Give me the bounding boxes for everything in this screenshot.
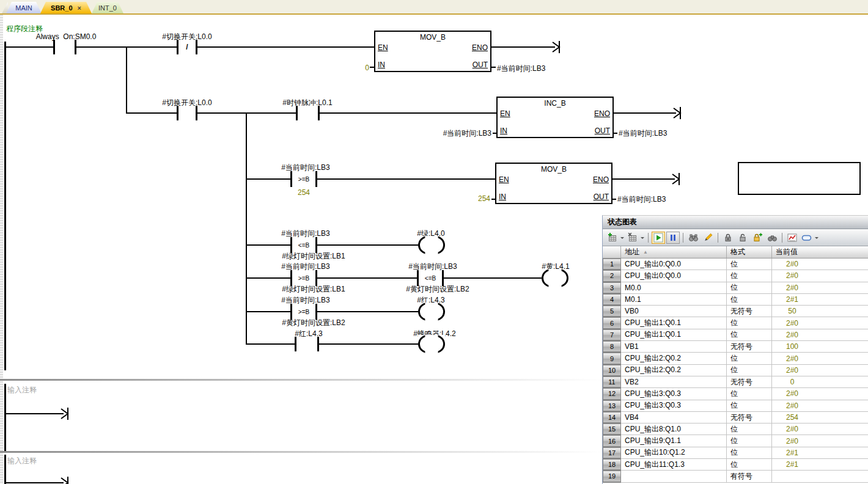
address-cell[interactable]: CPU_输出0:Q0.0 (621, 258, 727, 270)
no-contact-red[interactable] (295, 337, 319, 351)
current-value-cell[interactable]: 100 (772, 341, 868, 353)
row-number-button[interactable]: 14 (603, 412, 621, 424)
block-output-operand[interactable]: #当前时间:LB3 (497, 64, 545, 74)
block-output-operand[interactable]: #当前时间:LB3 (619, 128, 667, 139)
unforce-button[interactable] (736, 232, 749, 244)
compare-contact-ge[interactable]: >=B (290, 304, 317, 320)
row-number-button[interactable]: 13 (603, 400, 621, 412)
row-number-button[interactable]: 16 (603, 435, 621, 447)
row-number-button[interactable]: 12 (603, 388, 621, 400)
coil-buzzer[interactable] (418, 335, 445, 353)
format-cell[interactable]: 无符号 (727, 341, 772, 353)
format-cell[interactable]: 位 (727, 388, 772, 400)
dropdown-caret-icon[interactable] (641, 237, 644, 241)
address-cell[interactable]: CPU_输出3:Q0.3 (621, 388, 727, 400)
row-number-button[interactable]: 18 (603, 459, 621, 471)
current-value-cell[interactable]: 2#0 (772, 282, 868, 294)
row-number-button[interactable]: 6 (603, 317, 621, 329)
address-cell[interactable]: CPU_输出11:Q1.3 (621, 459, 727, 471)
network-comment-placeholder[interactable]: 输入注释 (7, 385, 37, 395)
format-cell[interactable]: 位 (727, 365, 772, 376)
address-cell[interactable] (621, 471, 727, 482)
address-cell[interactable]: CPU_输出10:Q1.2 (621, 447, 727, 459)
row-number-button[interactable]: 7 (603, 329, 621, 341)
format-cell[interactable]: 无符号 (727, 412, 772, 424)
row-number-button[interactable]: 10 (603, 365, 621, 376)
row-number-button[interactable]: 11 (603, 376, 621, 388)
address-cell[interactable]: CPU_输出2:Q0.2 (621, 365, 727, 376)
close-tab-icon[interactable]: × (78, 4, 81, 12)
format-cell[interactable]: 位 (727, 424, 772, 435)
no-contact-always-on[interactable] (53, 40, 76, 54)
format-cell[interactable]: 位 (727, 270, 772, 282)
current-value-cell[interactable]: 2#0 (772, 365, 868, 376)
current-value-cell[interactable]: 2#0 (772, 353, 868, 364)
address-cell[interactable]: CPU_输出2:Q0.2 (621, 353, 727, 364)
tab-sbr0[interactable]: SBR_0× (40, 2, 92, 13)
address-cell[interactable]: CPU_输出0:Q0.0 (621, 270, 727, 282)
address-cell[interactable]: VB0 (621, 306, 727, 317)
format-column-header[interactable]: 格式 (727, 246, 772, 258)
format-cell[interactable]: 位 (727, 353, 772, 364)
address-cell[interactable]: M0.0 (621, 282, 727, 294)
coil-green[interactable] (418, 236, 445, 254)
write-all-button[interactable] (701, 232, 715, 244)
address-cell[interactable]: CPU_输出1:Q0.1 (621, 317, 727, 329)
block-input-operand[interactable]: 254 (462, 194, 490, 203)
read-forced-button[interactable] (765, 232, 779, 244)
dropdown-caret-icon[interactable] (620, 237, 624, 241)
address-cell[interactable]: CPU_输出9:Q1.1 (621, 435, 727, 447)
current-value-cell[interactable]: 2#1 (772, 294, 868, 306)
address-cell[interactable]: VB1 (621, 341, 727, 353)
force-all-button[interactable] (751, 232, 764, 244)
format-cell[interactable]: 位 (727, 294, 772, 306)
bookmark-button[interactable] (800, 232, 814, 244)
row-number-button[interactable]: 3 (603, 282, 621, 294)
current-value-cell[interactable]: 2#1 (772, 459, 868, 471)
format-cell[interactable]: 位 (727, 459, 772, 471)
current-value-cell[interactable]: 2#0 (772, 270, 868, 282)
row-number-button[interactable]: 8 (603, 341, 621, 353)
nc-contact-toggle-switch[interactable]: / (177, 40, 197, 54)
current-value-cell[interactable]: 2#0 (772, 424, 868, 435)
force-button[interactable] (721, 232, 735, 244)
format-cell[interactable]: 位 (727, 258, 772, 270)
block-input-operand[interactable]: #当前时间:LB3 (430, 128, 491, 139)
no-contact-clock-pulse[interactable] (296, 106, 320, 120)
tab-main[interactable]: MAIN (6, 2, 42, 13)
current-value-cell[interactable]: 2#1 (772, 447, 868, 459)
block-input-operand[interactable]: 0 (342, 64, 369, 72)
current-value-cell[interactable]: 0 (772, 376, 868, 388)
format-cell[interactable]: 无符号 (727, 376, 772, 388)
corner-header-cell[interactable] (603, 246, 621, 258)
current-value-cell[interactable] (772, 471, 868, 482)
current-value-cell[interactable]: 254 (772, 412, 868, 424)
format-cell[interactable]: 位 (727, 282, 772, 294)
compare-contact-ge[interactable]: >=B (290, 171, 317, 187)
dropdown-caret-icon[interactable] (815, 237, 818, 241)
tab-int0[interactable]: INT_0 (92, 2, 123, 13)
row-number-button[interactable]: 19 (603, 471, 621, 482)
compare-contact-le[interactable]: <=B (417, 270, 444, 286)
current-value-cell[interactable]: 2#0 (772, 400, 868, 412)
address-cell[interactable]: VB2 (621, 376, 727, 388)
coil-yellow[interactable] (542, 269, 568, 287)
format-cell[interactable]: 位 (727, 400, 772, 412)
compare-contact-le[interactable]: <=B (290, 237, 317, 253)
coil-red[interactable] (418, 302, 445, 321)
row-number-button[interactable]: 4 (603, 294, 621, 306)
pause-chart-button[interactable] (666, 232, 680, 244)
address-cell[interactable]: M0.1 (621, 294, 727, 306)
row-number-button[interactable]: 2 (603, 270, 621, 282)
current-value-cell[interactable]: 2#0 (772, 435, 868, 447)
format-cell[interactable]: 位 (727, 447, 772, 459)
address-cell[interactable]: CPU_输出8:Q1.0 (621, 424, 727, 435)
selection-box[interactable] (738, 162, 861, 195)
current-value-cell[interactable]: 2#0 (772, 329, 868, 341)
address-cell[interactable]: CPU_输出1:Q0.1 (621, 329, 727, 341)
trend-view-button[interactable] (785, 232, 799, 244)
inc-b-block[interactable]: INC_B EN ENO IN OUT (496, 97, 614, 138)
no-contact-toggle-switch[interactable] (177, 106, 197, 120)
row-number-button[interactable]: 9 (603, 353, 621, 364)
format-cell[interactable]: 无符号 (727, 306, 772, 317)
